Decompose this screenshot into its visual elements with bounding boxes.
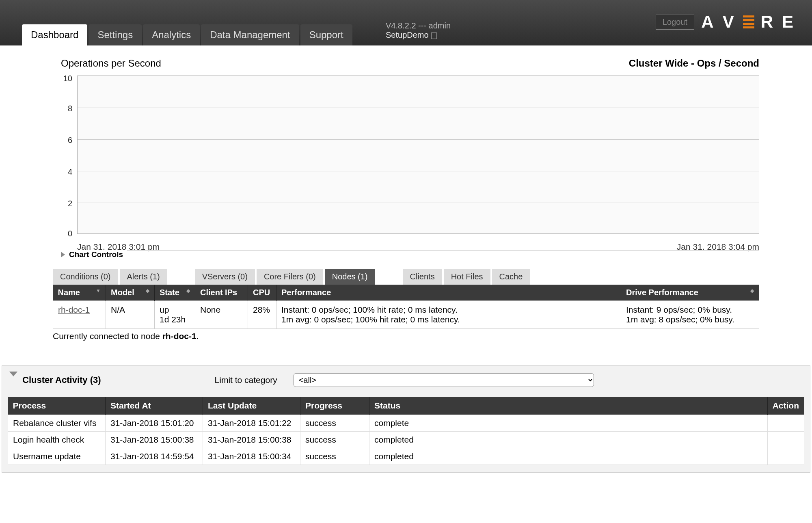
ytick: 0 (60, 229, 72, 238)
ytick: 4 (60, 167, 72, 177)
category-label: Limit to category (215, 375, 277, 385)
spacer (169, 269, 193, 285)
version-info: V4.8.2.2 --- admin SetupDemo (386, 21, 451, 40)
subtab-conditions[interactable]: Conditions (0) (53, 269, 118, 285)
cell-client-ips: None (195, 301, 248, 329)
cell-started: 31-Jan-2018 14:59:54 (106, 448, 203, 465)
cell-updated: 31-Jan-2018 15:01:22 (203, 415, 300, 432)
table-row: Username update 31-Jan-2018 14:59:54 31-… (8, 448, 804, 465)
cell-progress: success (300, 432, 369, 448)
cell-action (767, 415, 804, 432)
subtab-clients[interactable]: Clients (403, 269, 442, 285)
th-action[interactable]: Action (767, 397, 804, 415)
activity-header: Cluster Activity (3) Limit to category <… (8, 373, 804, 387)
spacer (377, 269, 401, 285)
chart-controls-label: Chart Controls (69, 250, 123, 259)
subtab-hot-files[interactable]: Hot Files (444, 269, 490, 285)
th-process[interactable]: Process (8, 397, 106, 415)
cell-action (767, 448, 804, 465)
cell-status: completed (369, 448, 768, 465)
y-axis: 10 8 6 4 2 0 (61, 76, 76, 234)
logout-button[interactable]: Logout (656, 15, 694, 30)
cell-status: complete (369, 415, 768, 432)
main-content: Operations per Second Cluster Wide - Ops… (0, 45, 812, 349)
cell-process: Login health check (8, 432, 106, 448)
th-last-update[interactable]: Last Update (203, 397, 300, 415)
ytick: 6 (60, 136, 72, 145)
cell-model: N/A (106, 301, 155, 329)
cell-started: 31-Jan-2018 15:00:38 (106, 432, 203, 448)
cell-progress: success (300, 415, 369, 432)
cell-started: 31-Jan-2018 15:01:20 (106, 415, 203, 432)
topbar: Logout A V R E V4.8.2.2 --- admin SetupD… (0, 0, 812, 45)
table-row: Login health check 31-Jan-2018 15:00:38 … (8, 432, 804, 448)
node-link[interactable]: rh-doc-1 (58, 305, 90, 314)
logo-letter-r: R (761, 12, 775, 32)
chart-controls-toggle[interactable]: Chart Controls (57, 250, 127, 259)
ytick: 10 (60, 74, 72, 83)
cell-cpu: 28% (248, 301, 276, 329)
category-select[interactable]: <all> (294, 373, 594, 387)
logo-letter-e (743, 15, 754, 28)
cell-updated: 31-Jan-2018 15:00:38 (203, 432, 300, 448)
cell-action (767, 432, 804, 448)
sort-icon: ◆ (146, 288, 149, 294)
table-row: Rebalance cluster vifs 31-Jan-2018 15:01… (8, 415, 804, 432)
cell-process: Username update (8, 448, 106, 465)
th-state[interactable]: State◆ (155, 285, 195, 301)
activity-table: Process Started At Last Update Progress … (8, 397, 804, 465)
logo: A V R E (701, 12, 796, 32)
sort-icon: ▼ (96, 288, 101, 294)
th-status[interactable]: Status (369, 397, 768, 415)
cell-state: up1d 23h (155, 301, 195, 329)
chart-area: 10 8 6 4 2 0 Jan 31, 2018 3:01 pm Jan 31… (61, 76, 759, 242)
sort-icon: ◆ (750, 288, 754, 294)
subtab-core-filers[interactable]: Core Filers (0) (257, 269, 323, 285)
cell-performance: Instant: 0 ops/sec; 100% hit rate; 0 ms … (276, 301, 621, 329)
chart-controls: Chart Controls (57, 250, 759, 251)
subtab-cache[interactable]: Cache (492, 269, 530, 285)
cell-status: completed (369, 432, 768, 448)
th-drive-performance[interactable]: Drive Performance◆ (621, 285, 759, 301)
chart-header: Operations per Second Cluster Wide - Ops… (61, 58, 759, 69)
cell-updated: 31-Jan-2018 15:00:34 (203, 448, 300, 465)
th-cpu[interactable]: CPU (248, 285, 276, 301)
subtab-alerts[interactable]: Alerts (1) (120, 269, 167, 285)
disclosure-right-icon (61, 252, 65, 257)
cluster-activity-panel: Cluster Activity (3) Limit to category <… (2, 365, 810, 473)
dashboard-subtabs: Conditions (0) Alerts (1) VServers (0) C… (53, 269, 759, 285)
nodes-table: Name▼ Model◆ State◆ Client IPs CPU Perfo… (53, 285, 759, 329)
th-model[interactable]: Model◆ (106, 285, 155, 301)
th-client-ips[interactable]: Client IPs (195, 285, 248, 301)
chart-title: Operations per Second (61, 58, 161, 69)
th-name[interactable]: Name▼ (53, 285, 106, 301)
chart-subtitle: Cluster Wide - Ops / Second (629, 58, 759, 69)
note-icon (431, 32, 437, 39)
connected-node-note: Currently connected to node rh-doc-1. (53, 331, 759, 341)
tab-data-management[interactable]: Data Management (201, 24, 299, 45)
logo-letter-e2: E (782, 12, 796, 32)
th-performance[interactable]: Performance (276, 285, 621, 301)
cell-process: Rebalance cluster vifs (8, 415, 106, 432)
tab-support[interactable]: Support (300, 24, 352, 45)
cell-drive-performance: Instant: 9 ops/sec; 0% busy.1m avg: 8 op… (621, 301, 759, 329)
tab-settings[interactable]: Settings (89, 24, 142, 45)
sort-icon: ◆ (186, 288, 190, 294)
logo-letter-v: V (723, 12, 736, 32)
plot-area[interactable] (77, 76, 759, 234)
table-row: rh-doc-1 N/A up1d 23h None 28% Instant: … (53, 301, 759, 329)
subtab-nodes[interactable]: Nodes (1) (325, 269, 375, 285)
subtab-vservers[interactable]: VServers (0) (195, 269, 255, 285)
cluster-name: SetupDemo (386, 30, 451, 40)
ytick: 8 (60, 104, 72, 113)
th-progress[interactable]: Progress (300, 397, 369, 415)
tab-dashboard[interactable]: Dashboard (22, 24, 87, 45)
disclosure-down-icon[interactable] (9, 372, 17, 376)
ytick: 2 (60, 199, 72, 208)
tab-analytics[interactable]: Analytics (143, 24, 200, 45)
activity-title: Cluster Activity (3) (22, 375, 101, 385)
main-tabs: Dashboard Settings Analytics Data Manage… (22, 24, 352, 45)
logo-letter-a: A (701, 12, 716, 32)
th-started-at[interactable]: Started At (106, 397, 203, 415)
cell-progress: success (300, 448, 369, 465)
